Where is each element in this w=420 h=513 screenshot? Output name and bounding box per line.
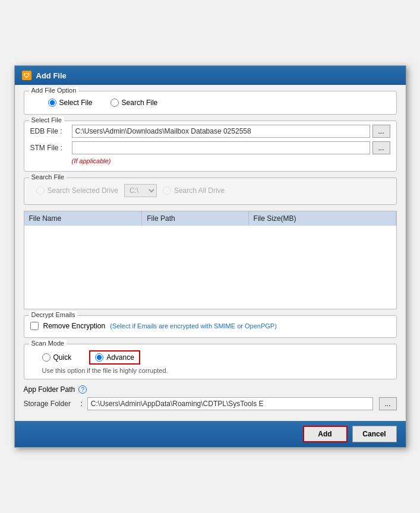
drive-select[interactable]: C:\ [124, 184, 157, 197]
search-file-radio-label[interactable]: Search File [110, 99, 158, 107]
storage-folder-label: Storage Folder [24, 400, 77, 408]
decrypt-emails-section: Decrypt Emails Remove Encryption (Select… [24, 315, 397, 338]
col-file-name: File Name [24, 211, 142, 226]
advance-scan-label[interactable]: Advance [95, 353, 134, 362]
quick-scan-label[interactable]: Quick [42, 353, 72, 362]
search-selected-drive-radio[interactable] [36, 186, 45, 195]
footer-bar: Add Cancel [15, 421, 406, 447]
col-file-path: File Path [142, 211, 248, 226]
file-table-body [24, 226, 396, 309]
storage-folder-row: Storage Folder : ... [24, 397, 397, 410]
title-icon: 🛡 [22, 71, 31, 80]
decrypt-info-text: (Select if Emails are encrypted with SMI… [110, 322, 277, 330]
search-file-row: Search Selected Drive C:\ Search All Dri… [30, 182, 390, 198]
advance-scan-highlighted: Advance [89, 350, 140, 365]
file-table-container: File Name File Path File Size(MB) [24, 211, 397, 309]
decrypt-emails-label: Decrypt Emails [29, 311, 78, 318]
quick-scan-text: Quick [53, 353, 72, 362]
search-file-radio[interactable] [110, 99, 119, 107]
remove-encryption-checkbox[interactable] [30, 322, 39, 330]
file-table-empty-row [24, 226, 396, 309]
advance-scan-text: Advance [106, 353, 134, 362]
edb-browse-button[interactable]: ... [372, 125, 390, 138]
scan-mode-label: Scan Mode [29, 340, 67, 347]
advance-scan-radio[interactable] [95, 353, 103, 362]
app-folder-path-row: App Folder Path ? [24, 385, 397, 394]
storage-colon: : [81, 400, 83, 408]
add-file-option-section: Add File Option Select File Search File [24, 91, 397, 115]
stm-file-row: STM File : ... [30, 141, 390, 154]
quick-scan-radio[interactable] [42, 353, 50, 362]
select-file-radio-label[interactable]: Select File [48, 99, 93, 107]
scan-mode-radios: Quick Advance [30, 348, 390, 366]
edb-file-row: EDB File : ... [30, 125, 390, 138]
col-file-size: File Size(MB) [248, 211, 396, 226]
cancel-button[interactable]: Cancel [352, 426, 397, 442]
stm-browse-button[interactable]: ... [372, 141, 390, 154]
file-table-header-row: File Name File Path File Size(MB) [24, 211, 396, 226]
storage-folder-input[interactable] [87, 397, 373, 410]
select-file-radio[interactable] [48, 99, 56, 107]
search-all-drive-text: Search All Drive [174, 186, 225, 195]
dialog-title: Add File [36, 71, 67, 80]
search-all-drive-radio[interactable] [163, 186, 171, 195]
storage-browse-button[interactable]: ... [379, 397, 397, 410]
stm-file-label: STM File : [30, 144, 72, 152]
scan-mode-section: Scan Mode Quick Advance Use this option … [24, 344, 397, 379]
add-button[interactable]: Add [303, 426, 348, 442]
add-file-dialog: 🛡 Add File Add File Option Select File S… [14, 65, 406, 448]
help-icon[interactable]: ? [78, 385, 87, 394]
file-table-header: File Name File Path File Size(MB) [24, 211, 396, 226]
applicable-text: (If applicable) [72, 157, 111, 164]
app-folder-path-label: App Folder Path [24, 385, 75, 394]
search-file-section: Search File Search Selected Drive C:\ Se… [24, 178, 397, 205]
edb-file-input[interactable] [72, 125, 370, 138]
file-table: File Name File Path File Size(MB) [24, 211, 396, 309]
search-selected-drive-text: Search Selected Drive [48, 186, 118, 195]
search-file-radio-text: Search File [122, 99, 158, 107]
select-file-section: Select File EDB File : ... STM File : ..… [24, 121, 397, 172]
select-file-label: Select File [29, 116, 64, 124]
add-file-option-radios: Select File Search File [30, 95, 390, 108]
add-file-option-label: Add File Option [29, 87, 79, 94]
decrypt-row: Remove Encryption (Select if Emails are … [30, 319, 390, 331]
edb-file-label: EDB File : [30, 127, 72, 135]
remove-encryption-label: Remove Encryption [43, 322, 106, 330]
scan-hint: Use this option if the file is highly co… [30, 367, 390, 374]
search-selected-drive-label[interactable]: Search Selected Drive [36, 186, 118, 195]
select-file-radio-text: Select File [59, 99, 93, 107]
stm-file-input[interactable] [72, 141, 370, 154]
search-all-drive-label[interactable]: Search All Drive [163, 186, 225, 195]
search-file-section-label: Search File [29, 173, 67, 180]
title-bar: 🛡 Add File [15, 66, 406, 85]
dialog-body: Add File Option Select File Search File … [15, 85, 406, 421]
